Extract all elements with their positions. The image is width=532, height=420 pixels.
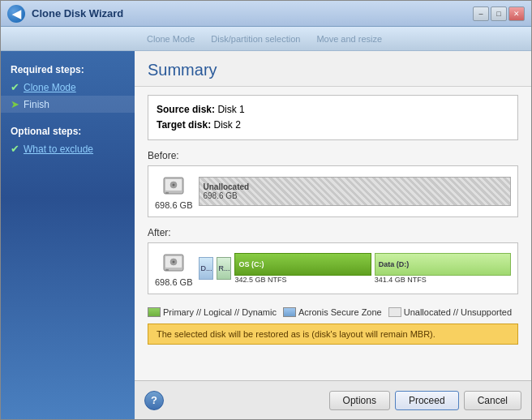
svg-point-8: [173, 261, 175, 264]
warning-box: The selected disk will be restored as is…: [148, 324, 518, 345]
source-disk-value: Disk 1: [217, 104, 244, 115]
after-segment-r: R...: [217, 257, 231, 280]
legend-primary-label: Primary // Logical // Dynamic: [163, 307, 277, 317]
legend-acronis-color: [283, 307, 296, 317]
legend-unalloc-color: [388, 307, 401, 317]
maximize-button[interactable]: □: [491, 6, 507, 21]
after-disk-size: 698.6 GB: [155, 277, 192, 287]
after-segment-data: Data (D:): [375, 253, 511, 276]
footer-right: Options Proceed Cancel: [329, 391, 521, 410]
what-to-exclude-link[interactable]: What to exclude: [24, 144, 93, 155]
footer: ? Options Proceed Cancel: [135, 380, 531, 419]
step-disk-selection: Disk/partition selection: [211, 34, 300, 44]
legend-acronis: Acronis Secure Zone: [283, 307, 382, 317]
main-window: ◀ Clone Disk Wizard – □ ✕ Clone Mode Dis…: [0, 0, 532, 420]
legend-primary: Primary // Logical // Dynamic: [148, 307, 277, 317]
legend-unalloc: Unallocated // Unsupported: [388, 307, 512, 317]
app-icon: ◀: [7, 5, 25, 23]
main-panel: Summary Source disk: Disk 1 Target disk:…: [135, 51, 531, 419]
source-disk-info: Source disk: Disk 1: [157, 102, 509, 118]
proceed-button[interactable]: Proceed: [395, 391, 459, 410]
sidebar: Required steps: ✔ Clone Mode ➤ Finish Op…: [1, 51, 135, 419]
before-bar-row: Unallocated 698.6 GB: [199, 177, 511, 206]
after-disk-content: D... R... OS (C:): [199, 253, 511, 284]
warning-text: The selected disk will be restored as is…: [157, 329, 435, 339]
after-segment-r-group: R...: [217, 257, 231, 280]
before-segment-label: Unallocated: [203, 182, 249, 191]
cancel-button[interactable]: Cancel: [464, 391, 521, 410]
after-disk-visual: 698.6 GB D... R...: [148, 242, 518, 294]
panel-title: Summary: [148, 61, 518, 79]
disk-info-box: Source disk: Disk 1 Target disk: Disk 2: [148, 95, 518, 140]
os-label: OS (C:): [238, 260, 367, 268]
data-label: Data (D:): [379, 260, 507, 268]
window-title: Clone Disk Wizard: [32, 7, 473, 19]
help-button[interactable]: ?: [144, 391, 164, 410]
after-segment-d: D...: [199, 257, 213, 280]
target-disk-label: Target disk:: [157, 119, 211, 131]
optional-steps-label: Optional steps:: [1, 113, 135, 140]
panel-header: Summary: [135, 51, 531, 87]
legend: Primary // Logical // Dynamic Acronis Se…: [148, 304, 518, 320]
after-disk-icon: [161, 250, 187, 276]
minimize-button[interactable]: –: [473, 6, 489, 21]
svg-point-3: [173, 184, 175, 186]
title-bar: ◀ Clone Disk Wizard – □ ✕: [1, 1, 531, 27]
legend-primary-color: [148, 307, 161, 317]
legend-unalloc-label: Unallocated // Unsupported: [404, 307, 512, 317]
check-icon: ✔: [11, 81, 19, 93]
before-unallocated-segment: Unallocated 698.6 GB: [200, 178, 510, 205]
os-size-type: 342.5 GB NTFS: [234, 276, 286, 284]
target-disk-info: Target disk: Disk 2: [157, 118, 509, 133]
steps-bar: Clone Mode Disk/partition selection Move…: [1, 27, 531, 51]
step-move-resize: Move and resize: [316, 34, 382, 44]
footer-left: ?: [144, 391, 164, 410]
options-button[interactable]: Options: [329, 391, 390, 410]
before-disk-visual: 698.6 GB Unallocated 698.6 GB: [148, 165, 518, 217]
before-disk-size: 698.6 GB: [155, 200, 192, 210]
before-segment-size: 698.6 GB: [203, 191, 237, 200]
svg-rect-4: [165, 192, 169, 194]
svg-rect-9: [165, 269, 169, 271]
close-button[interactable]: ✕: [508, 6, 525, 21]
before-label: Before:: [148, 150, 518, 161]
after-segment-d-group: D...: [199, 257, 213, 280]
check-icon-optional: ✔: [11, 143, 19, 155]
panel-body: Source disk: Disk 1 Target disk: Disk 2 …: [135, 87, 531, 380]
sidebar-item-what-to-exclude[interactable]: ✔ What to exclude: [1, 140, 135, 157]
legend-acronis-label: Acronis Secure Zone: [298, 307, 382, 317]
clone-mode-link[interactable]: Clone Mode: [24, 82, 76, 93]
sidebar-item-clone-mode[interactable]: ✔ Clone Mode: [1, 79, 135, 96]
window-controls: – □ ✕: [473, 6, 525, 21]
arrow-icon: ➤: [11, 98, 19, 110]
sidebar-item-finish[interactable]: ➤ Finish: [1, 96, 135, 113]
finish-label: Finish: [24, 99, 49, 110]
source-disk-label: Source disk:: [157, 104, 215, 115]
required-steps-label: Required steps:: [1, 59, 135, 79]
after-segment-data-group: Data (D:) 341.4 GB NTFS: [375, 253, 511, 284]
step-clone-mode: Clone Mode: [147, 34, 195, 44]
content-area: Required steps: ✔ Clone Mode ➤ Finish Op…: [1, 51, 531, 419]
data-size-type: 341.4 GB NTFS: [375, 276, 427, 284]
before-disk-icon: [161, 173, 187, 199]
after-segment-os-group: OS (C:) 342.5 GB NTFS: [234, 253, 371, 284]
before-disk-bar: Unallocated 698.6 GB: [199, 177, 511, 206]
after-segment-os: OS (C:): [234, 253, 371, 276]
target-disk-value: Disk 2: [213, 119, 240, 131]
after-label: After:: [148, 227, 518, 238]
